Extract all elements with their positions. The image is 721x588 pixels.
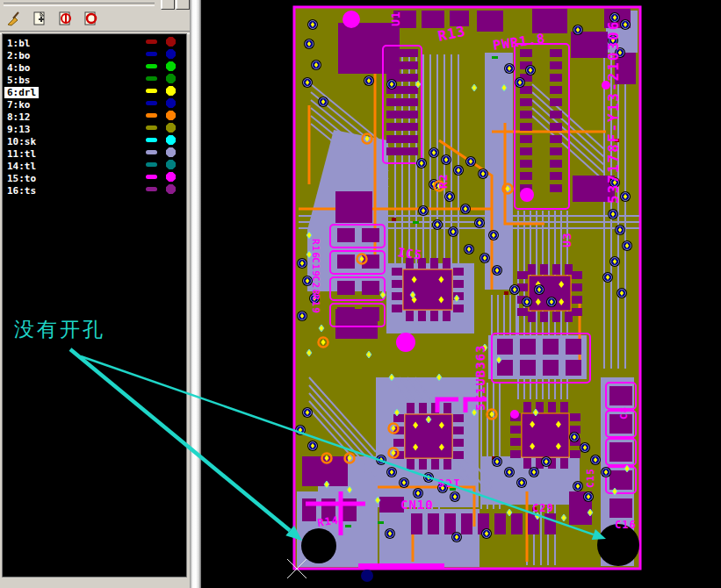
layer-row[interactable]: 16:ts <box>3 183 186 196</box>
silkscreen-dot <box>342 11 360 28</box>
qfp-pad <box>443 311 451 321</box>
connector-pad <box>337 281 355 295</box>
connector-pad <box>520 135 532 143</box>
layer-color-dash[interactable] <box>146 138 157 142</box>
sheet-red-ring-icon[interactable] <box>82 10 99 27</box>
component-pad <box>302 456 348 486</box>
component-pad <box>609 442 632 462</box>
layer-color-octagon[interactable] <box>166 147 176 157</box>
qfp-pad <box>552 312 560 322</box>
layer-color-octagon[interactable] <box>166 184 176 194</box>
layer-color-dash[interactable] <box>146 162 157 167</box>
panel-handle[interactable] <box>4 3 155 6</box>
layer-row[interactable]: 5:bs <box>3 73 186 85</box>
layer-color-dash[interactable] <box>146 175 157 179</box>
layer-color-dash[interactable] <box>146 101 157 105</box>
qfp-pad <box>392 292 402 300</box>
qfp-pad <box>419 459 427 470</box>
layer-color-octagon[interactable] <box>166 74 176 83</box>
connector-pad <box>386 123 418 131</box>
layer-row[interactable]: 8:12 <box>3 110 186 122</box>
layer-row[interactable]: 9:13 <box>3 122 186 134</box>
connector-pad <box>497 339 513 355</box>
layer-color-dash[interactable] <box>146 64 157 68</box>
copy-sheet-icon[interactable] <box>31 10 48 27</box>
panel-splitter[interactable] <box>190 0 201 588</box>
component-pad <box>477 11 503 32</box>
panel-min-button[interactable] <box>161 0 175 10</box>
layer-color-dash[interactable] <box>146 76 157 81</box>
layer-row[interactable]: 4:bo <box>3 61 186 73</box>
qfp-pad <box>443 403 451 413</box>
connector-pad <box>444 513 456 534</box>
qfp-pad <box>560 402 568 412</box>
silkscreen-label: U3 <box>560 232 573 247</box>
layer-color-dash[interactable] <box>146 52 157 56</box>
layer-color-dash[interactable] <box>146 113 157 118</box>
connector-pad <box>362 228 379 242</box>
layer-color-octagon[interactable] <box>166 49 176 59</box>
qfp-pad <box>392 268 402 276</box>
clean-broom-icon[interactable] <box>5 10 23 27</box>
connector-pad <box>550 147 562 155</box>
layer-list: 1:bl2:bo4:bo5:bs6:drl7:ko8:129:1310:sk11… <box>2 33 187 577</box>
connector-pad <box>550 98 562 106</box>
layer-color-octagon[interactable] <box>166 111 176 120</box>
qfp-pad <box>565 312 573 322</box>
connector-pad <box>386 111 418 118</box>
qfp-pad <box>406 311 414 321</box>
connector-pad <box>337 307 355 321</box>
connector-pad <box>386 61 418 69</box>
qfp-pad <box>453 305 464 312</box>
qfp-pad <box>430 311 438 321</box>
layer-row[interactable]: 2:bo <box>3 48 186 61</box>
qfp-pad <box>510 426 521 434</box>
layer-row[interactable]: 7:ko <box>3 97 186 110</box>
layer-row[interactable]: 14:tl <box>3 159 186 171</box>
connector-pad <box>520 49 532 57</box>
layer-color-dash[interactable] <box>146 150 157 154</box>
layer-color-dash[interactable] <box>146 39 157 44</box>
layer-color-dash[interactable] <box>146 187 157 191</box>
silkscreen-label: 537178F-Y13-210306 <box>605 20 622 204</box>
layer-color-octagon[interactable] <box>166 172 176 182</box>
qfp-pad <box>392 305 402 312</box>
panel-close-button[interactable] <box>176 0 190 10</box>
qfp-pad <box>419 403 427 413</box>
qfp-pad <box>393 414 404 422</box>
layer-label[interactable]: 16:ts <box>4 185 39 197</box>
silkscreen-label: C16 <box>615 519 637 531</box>
layer-color-octagon[interactable] <box>166 135 176 145</box>
silkscreen-label: U1 <box>389 11 402 26</box>
silkscreen-label: R19 <box>310 294 321 314</box>
layer-color-octagon[interactable] <box>166 61 176 71</box>
layer-color-dash[interactable] <box>146 125 157 130</box>
layer-row[interactable]: 6:drl <box>3 85 186 97</box>
connector-pad <box>543 339 559 355</box>
layer-color-octagon[interactable] <box>166 123 176 133</box>
layer-color-octagon[interactable] <box>166 37 176 47</box>
qfp-pad <box>453 451 464 459</box>
layer-color-octagon[interactable] <box>166 160 176 169</box>
sheet-red-fill-icon[interactable] <box>56 10 74 27</box>
qfp-pad <box>393 439 404 447</box>
copper-region <box>485 53 513 290</box>
layer-bl-bit <box>392 218 396 221</box>
layer-color-octagon[interactable] <box>166 86 176 96</box>
qfp-pad <box>443 258 451 269</box>
qfp-pad <box>453 427 464 434</box>
connector-pad <box>337 228 355 242</box>
layer-row[interactable]: 10:sk <box>3 134 186 147</box>
layer-color-octagon[interactable] <box>166 98 176 108</box>
qfp-pad <box>392 280 402 288</box>
connector-pad <box>550 123 562 131</box>
qfp-pad <box>453 414 464 422</box>
qfp-pad <box>560 458 568 469</box>
silkscreen-label: C15 <box>585 468 596 488</box>
layer-row[interactable]: 11:tl <box>3 147 186 159</box>
layer-row[interactable]: 15:to <box>3 171 186 183</box>
qfp-pad <box>453 280 464 288</box>
annotation-text: 没有开孔 <box>14 316 105 343</box>
layer-color-dash[interactable] <box>146 89 157 93</box>
layer-row[interactable]: 1:bl <box>3 36 186 48</box>
